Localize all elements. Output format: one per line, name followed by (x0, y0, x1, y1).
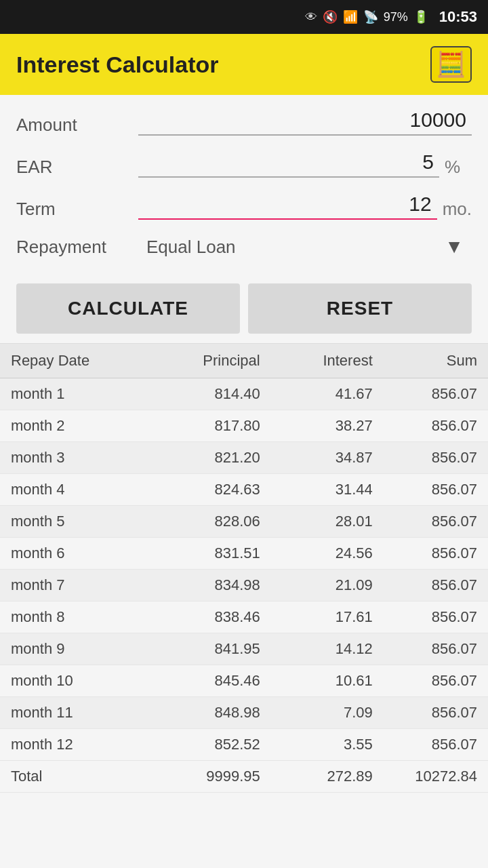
table-row: month 3 821.20 34.87 856.07 (0, 442, 488, 474)
cell-date: month 10 (11, 672, 140, 690)
cell-date: month 12 (11, 736, 140, 753)
cell-interest: 7.09 (260, 704, 373, 722)
reset-button[interactable]: RESET (248, 283, 472, 334)
cell-date: month 11 (11, 704, 140, 722)
repayment-label: Repayment (16, 237, 138, 258)
cell-total-label: Total (11, 768, 140, 785)
cell-principal: 848.98 (140, 704, 260, 722)
ear-input[interactable] (138, 148, 439, 178)
term-unit: mo. (443, 199, 472, 220)
wifi-icon: 📶 (343, 9, 358, 24)
cell-principal: 831.51 (140, 545, 260, 562)
cell-date: month 8 (11, 608, 140, 626)
cell-sum: 856.07 (373, 481, 477, 498)
status-bar: 👁 🔇 📶 📡 97% 🔋 10:53 (0, 0, 488, 34)
ear-input-wrapper: % (138, 148, 472, 178)
cell-sum: 856.07 (373, 608, 477, 626)
table-row: month 10 845.46 10.61 856.07 (0, 665, 488, 697)
cell-sum: 856.07 (373, 704, 477, 722)
cell-principal: 845.46 (140, 672, 260, 690)
cell-sum: 856.07 (373, 576, 477, 594)
repayment-row: Repayment Equal Loan ▼ (16, 232, 472, 262)
cell-total-interest: 272.89 (260, 768, 373, 785)
calculator-icon: 🧮 (430, 46, 472, 83)
cell-date: month 6 (11, 545, 140, 562)
table-row: month 7 834.98 21.09 856.07 (0, 570, 488, 601)
cell-sum: 856.07 (373, 513, 477, 530)
cell-interest: 34.87 (260, 449, 373, 467)
cell-interest: 24.56 (260, 545, 373, 562)
calculate-button[interactable]: CALCULATE (16, 283, 240, 334)
cell-total-sum: 10272.84 (373, 768, 477, 785)
term-label: Term (16, 199, 138, 220)
cell-date: month 5 (11, 513, 140, 530)
app-bar: Interest Calculator 🧮 (0, 34, 488, 95)
table-total-row: Total 9999.95 272.89 10272.84 (0, 761, 488, 793)
cell-sum: 856.07 (373, 545, 477, 562)
header-principal: Principal (140, 352, 260, 370)
chevron-down-icon: ▼ (445, 236, 464, 258)
cell-principal: 834.98 (140, 576, 260, 594)
cell-sum: 856.07 (373, 385, 477, 403)
battery-level: 97% (384, 10, 408, 24)
repayment-value: Equal Loan (146, 237, 236, 258)
cell-sum: 856.07 (373, 640, 477, 658)
table-row: month 12 852.52 3.55 856.07 (0, 729, 488, 761)
table-row: month 5 828.06 28.01 856.07 (0, 506, 488, 538)
term-input-wrapper: mo. (138, 190, 472, 220)
cell-date: month 7 (11, 576, 140, 594)
cell-date: month 2 (11, 417, 140, 435)
mute-icon: 🔇 (323, 9, 338, 24)
cell-date: month 3 (11, 449, 140, 467)
cell-sum: 856.07 (373, 736, 477, 753)
cell-principal: 817.80 (140, 417, 260, 435)
cell-sum: 856.07 (373, 417, 477, 435)
amount-row: Amount (16, 106, 472, 138)
header-sum: Sum (373, 352, 477, 370)
cell-principal: 838.46 (140, 608, 260, 626)
amount-input[interactable] (138, 106, 472, 136)
cell-interest: 3.55 (260, 736, 373, 753)
signal-icon: 📡 (363, 9, 378, 24)
table-row: month 9 841.95 14.12 856.07 (0, 633, 488, 665)
table-body: month 1 814.40 41.67 856.07 month 2 817.… (0, 378, 488, 793)
form-section: Amount EAR % Term mo. Repayment Equal Lo… (0, 95, 488, 277)
cell-principal: 828.06 (140, 513, 260, 530)
repayment-select[interactable]: Equal Loan ▼ (138, 232, 472, 262)
header-interest: Interest (260, 352, 373, 370)
cell-principal: 821.20 (140, 449, 260, 467)
cell-principal: 841.95 (140, 640, 260, 658)
cell-total-principal: 9999.95 (140, 768, 260, 785)
table-row: month 6 831.51 24.56 856.07 (0, 538, 488, 570)
cell-date: month 9 (11, 640, 140, 658)
buttons-row: CALCULATE RESET (0, 277, 488, 343)
cell-interest: 10.61 (260, 672, 373, 690)
cell-interest: 31.44 (260, 481, 373, 498)
table-header: Repay Date Principal Interest Sum (0, 343, 488, 378)
amount-input-wrapper (138, 106, 472, 136)
cell-sum: 856.07 (373, 672, 477, 690)
cell-sum: 856.07 (373, 449, 477, 467)
app-title: Interest Calculator (16, 52, 219, 78)
cell-principal: 852.52 (140, 736, 260, 753)
cell-date: month 4 (11, 481, 140, 498)
term-input[interactable] (138, 190, 437, 220)
cell-interest: 41.67 (260, 385, 373, 403)
cell-interest: 14.12 (260, 640, 373, 658)
cell-principal: 814.40 (140, 385, 260, 403)
table-row: month 2 817.80 38.27 856.07 (0, 410, 488, 442)
cell-interest: 21.09 (260, 576, 373, 594)
table-row: month 8 838.46 17.61 856.07 (0, 601, 488, 633)
status-time: 10:53 (439, 8, 477, 26)
cell-interest: 38.27 (260, 417, 373, 435)
table-row: month 11 848.98 7.09 856.07 (0, 697, 488, 729)
cell-date: month 1 (11, 385, 140, 403)
table-row: month 4 824.63 31.44 856.07 (0, 474, 488, 506)
cell-interest: 28.01 (260, 513, 373, 530)
results-table: Repay Date Principal Interest Sum month … (0, 343, 488, 793)
cell-principal: 824.63 (140, 481, 260, 498)
term-row: Term mo. (16, 190, 472, 222)
status-icons: 👁 🔇 📶 📡 97% 🔋 10:53 (305, 8, 477, 26)
amount-label: Amount (16, 115, 138, 136)
cell-interest: 17.61 (260, 608, 373, 626)
